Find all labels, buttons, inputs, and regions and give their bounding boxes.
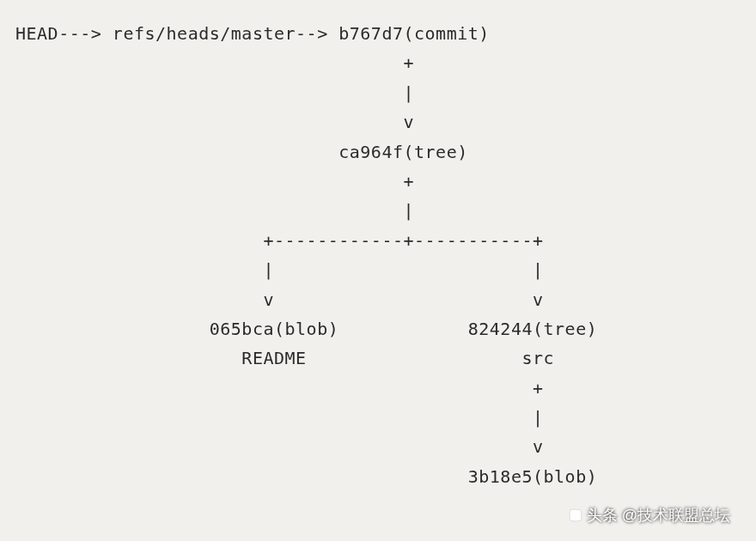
diagram-line: HEAD---> refs/heads/master--> b767d7(com… (15, 23, 490, 44)
diagram-line: + (15, 378, 544, 398)
diagram-line: README src (15, 348, 554, 368)
svg-rect-0 (570, 509, 582, 521)
diagram-line: v v (15, 289, 544, 310)
diagram-line: + (15, 52, 414, 73)
diagram-line: | (15, 200, 414, 221)
diagram-line: | (15, 82, 414, 103)
diagram-line: + (15, 171, 414, 191)
watermark-text: 头条 @技术联盟总坛 (587, 505, 730, 526)
diagram-line: ca964f(tree) (15, 142, 468, 162)
diagram-line: | | (15, 259, 544, 280)
diagram-line: v (15, 436, 544, 457)
watermark: 头条 @技术联盟总坛 (568, 505, 730, 526)
logo-icon (568, 508, 583, 523)
diagram-line: +------------+-----------+ (15, 230, 544, 251)
diagram-line: v (15, 112, 414, 132)
git-object-diagram: HEAD---> refs/heads/master--> b767d7(com… (0, 0, 756, 491)
diagram-line: | (15, 407, 544, 428)
diagram-line: 065bca(blob) 824244(tree) (15, 319, 597, 339)
diagram-line: 3b18e5(blob) (15, 466, 597, 487)
